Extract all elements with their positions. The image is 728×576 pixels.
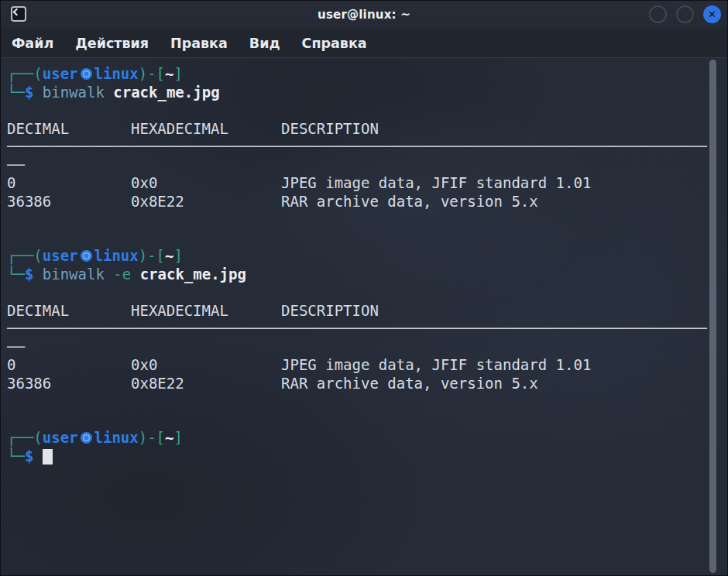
prompt-host: linux — [94, 65, 139, 82]
prompt-dollar: $ — [25, 447, 43, 465]
table-header-row: DECIMALHEXADECIMALDESCRIPTION — [7, 302, 727, 321]
rule-line: ────────────────────────────────────────… — [7, 138, 707, 155]
scrollbar-thumb[interactable] — [709, 60, 716, 573]
prompt-line-top: ┌──(userlinux)-[~] — [7, 247, 727, 266]
table-row: 00x0JPEG image data, JFIF standard 1.01 — [7, 174, 727, 193]
command-flag: -e — [113, 266, 139, 283]
prompt-host: linux — [94, 429, 139, 446]
command-line: └─$ binwalk -e crack_me.jpg — [7, 266, 727, 284]
menubar: Файл Действия Правка Вид Справка — [1, 29, 727, 58]
blank-line — [7, 393, 727, 411]
command-file: crack_me.jpg — [113, 84, 219, 101]
prompt-frame: )-[ — [139, 247, 165, 264]
prompt-frame: └─ — [7, 266, 25, 283]
header-hexadecimal: HEXADECIMAL — [131, 120, 281, 139]
table-header-row: DECIMALHEXADECIMALDESCRIPTION — [7, 120, 727, 139]
table-row: 363860x8E22RAR archive data, version 5.x — [7, 375, 727, 393]
at-circle-icon — [81, 250, 92, 262]
prompt-frame: ] — [174, 65, 183, 82]
cell-description: JPEG image data, JFIF standard 1.01 — [281, 174, 591, 191]
table-row: 00x0JPEG image data, JFIF standard 1.01 — [7, 356, 727, 375]
at-circle-icon — [81, 432, 92, 444]
cell-description: RAR archive data, version 5.x — [281, 375, 538, 392]
table-rule-wrap: ── — [7, 338, 727, 357]
window-title: user@linux: ~ — [318, 8, 410, 22]
command-line: └─$ binwalk crack_me.jpg — [7, 84, 727, 102]
prompt-user: user — [43, 429, 78, 446]
blank-line — [7, 101, 727, 120]
table-row: 363860x8E22RAR archive data, version 5.x — [7, 193, 727, 211]
cell-decimal: 36386 — [7, 193, 131, 211]
blank-line — [7, 211, 727, 229]
table-rule-wrap: ── — [7, 156, 727, 175]
prompt-frame: )-[ — [139, 65, 165, 82]
titlebar[interactable]: user@linux: ~ ✕ — [1, 1, 727, 29]
header-description: DESCRIPTION — [281, 120, 379, 137]
cell-description: RAR archive data, version 5.x — [281, 193, 538, 210]
rule-line-wrap: ── — [7, 338, 25, 355]
blank-line — [7, 411, 727, 430]
prompt-frame: ┌──( — [7, 247, 43, 264]
cell-hex: 0x8E22 — [131, 193, 281, 211]
cell-decimal: 0 — [7, 174, 131, 193]
rule-line: ────────────────────────────────────────… — [7, 320, 707, 337]
text-cursor — [43, 449, 53, 465]
prompt-line-top: ┌──(userlinux)-[~] — [7, 429, 727, 447]
prompt-user: user — [43, 247, 78, 264]
maximize-button[interactable] — [676, 5, 694, 23]
table-rule: ────────────────────────────────────────… — [7, 320, 727, 338]
cell-hex: 0x0 — [131, 174, 281, 193]
terminal-window: user@linux: ~ ✕ Файл Действия Правка Вид… — [0, 0, 728, 576]
cell-decimal: 36386 — [7, 375, 131, 393]
prompt-path: ~ — [165, 429, 173, 446]
header-description: DESCRIPTION — [281, 302, 379, 319]
prompt-frame: └─ — [7, 447, 25, 465]
terminal-app-icon — [11, 6, 26, 22]
prompt-frame: ┌──( — [7, 65, 43, 82]
header-decimal: DECIMAL — [7, 120, 131, 139]
command-name: binwalk — [43, 84, 114, 101]
prompt-user: user — [43, 65, 78, 82]
cell-hex: 0x8E22 — [131, 375, 281, 393]
blank-line — [7, 229, 727, 248]
terminal-screen[interactable]: ┌──(userlinux)-[~] └─$ binwalk crack_me.… — [1, 59, 727, 575]
header-decimal: DECIMAL — [7, 302, 131, 321]
prompt-path: ~ — [165, 65, 173, 82]
cell-hex: 0x0 — [131, 356, 281, 375]
prompt-frame: ] — [174, 247, 183, 264]
close-button[interactable]: ✕ — [703, 5, 721, 23]
blank-line — [7, 283, 727, 302]
prompt-frame: ] — [174, 429, 183, 446]
prompt-dollar: $ — [25, 266, 43, 283]
header-hexadecimal: HEXADECIMAL — [131, 302, 281, 321]
close-icon: ✕ — [708, 9, 716, 19]
cell-description: JPEG image data, JFIF standard 1.01 — [281, 356, 591, 373]
prompt-frame: └─ — [7, 84, 25, 101]
command-line-active[interactable]: └─$ — [7, 447, 727, 466]
terminal-prompt-mark-icon — [13, 9, 21, 16]
menu-file[interactable]: Файл — [12, 36, 53, 51]
prompt-frame: )-[ — [139, 429, 165, 446]
command-file: crack_me.jpg — [140, 266, 246, 283]
menu-actions[interactable]: Действия — [75, 36, 149, 51]
cell-decimal: 0 — [7, 356, 131, 375]
menu-view[interactable]: Вид — [249, 36, 280, 51]
prompt-line-top: ┌──(userlinux)-[~] — [7, 65, 727, 84]
prompt-frame: ┌──( — [7, 429, 43, 446]
prompt-dollar: $ — [25, 84, 43, 101]
table-rule: ────────────────────────────────────────… — [7, 138, 727, 156]
menu-edit[interactable]: Правка — [170, 36, 228, 51]
prompt-path: ~ — [165, 247, 173, 264]
rule-line-wrap: ── — [7, 156, 25, 173]
minimize-button[interactable] — [649, 5, 667, 23]
window-controls: ✕ — [649, 5, 721, 23]
at-circle-icon — [81, 68, 92, 80]
prompt-host: linux — [94, 247, 139, 264]
menu-help[interactable]: Справка — [302, 36, 367, 51]
command-name: binwalk — [43, 266, 114, 283]
